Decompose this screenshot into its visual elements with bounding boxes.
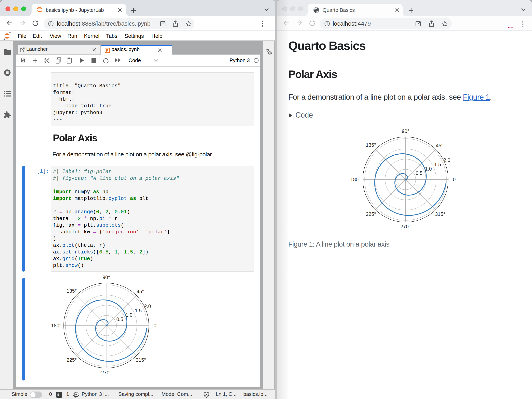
svg-text:90°: 90° [402, 129, 409, 134]
svg-text:1.5: 1.5 [135, 308, 142, 313]
svg-text:1.0: 1.0 [126, 312, 133, 318]
svg-text:270°: 270° [101, 370, 111, 375]
svg-text:225°: 225° [366, 211, 376, 217]
svg-text:0°: 0° [154, 323, 158, 328]
svg-text:225°: 225° [67, 357, 77, 363]
svg-text:270°: 270° [400, 224, 411, 229]
svg-text:2.0: 2.0 [144, 303, 151, 309]
svg-text:1.5: 1.5 [434, 162, 441, 167]
svg-text:45°: 45° [436, 143, 443, 148]
svg-text:0°: 0° [453, 177, 458, 182]
svg-text:0.5: 0.5 [116, 316, 123, 322]
svg-text:45°: 45° [137, 289, 144, 294]
svg-text:90°: 90° [102, 274, 110, 280]
svg-text:180°: 180° [350, 177, 361, 182]
svg-text:1.0: 1.0 [425, 166, 432, 172]
svg-text:135°: 135° [366, 142, 376, 148]
svg-text:315°: 315° [136, 357, 146, 363]
svg-text:315°: 315° [435, 211, 445, 217]
svg-text:180°: 180° [51, 323, 61, 328]
svg-text:135°: 135° [67, 288, 77, 294]
svg-text:0.5: 0.5 [416, 170, 423, 176]
svg-text:2.0: 2.0 [443, 157, 450, 163]
